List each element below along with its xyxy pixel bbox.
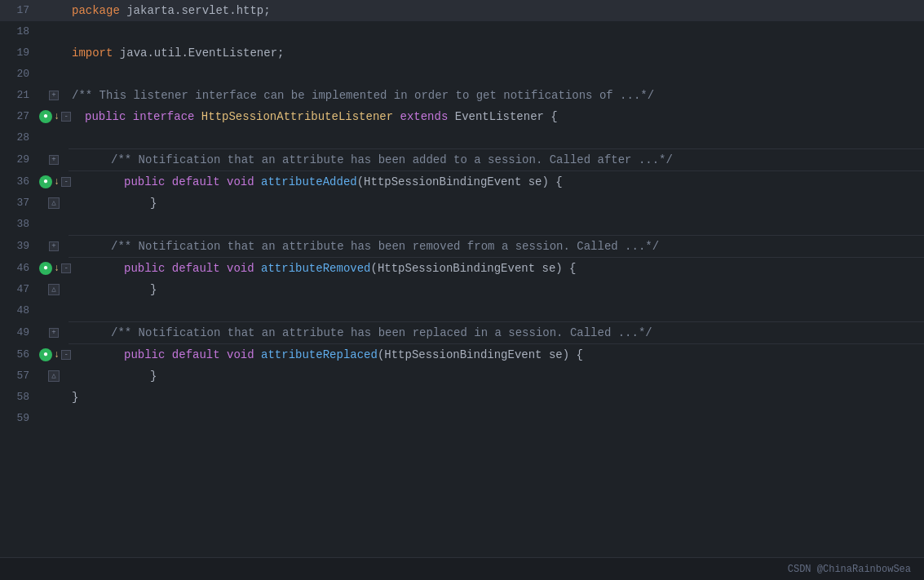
fold-indicator: - (60, 263, 73, 273)
code-line: 49+/** Notification that an attribute ha… (0, 322, 924, 343)
code-line: 58} (0, 387, 924, 408)
breakpoint-icon[interactable]: ● (39, 262, 52, 275)
code-line: 38 (0, 214, 924, 235)
breakpoint-icon[interactable]: ● (39, 348, 52, 361)
code-line: 48 (0, 300, 924, 321)
gutter-wide: ●↓- (39, 344, 82, 365)
code-content: public default void attributeAdded(HttpS… (82, 171, 924, 193)
line-number: 48 (0, 300, 39, 321)
code-content: /** Notification that an attribute has b… (69, 322, 924, 343)
gutter-arrow: ↓ (54, 106, 60, 127)
code-line: 18 (0, 21, 924, 42)
line-number: 19 (0, 42, 39, 64)
gutter: + (39, 91, 69, 100)
code-area: 17package jakarta.servlet.http;1819impor… (0, 0, 924, 557)
code-content: /** Notification that an attribute has b… (69, 149, 924, 170)
code-content: } (69, 387, 924, 408)
fold-button[interactable]: - (61, 177, 71, 187)
code-content: public default void attributeReplaced(Ht… (82, 344, 924, 365)
code-line: 29+/** Notification that an attribute ha… (0, 149, 924, 170)
code-line: 47△} (0, 279, 924, 300)
code-line: 28 (0, 127, 924, 148)
line-number: 57 (0, 365, 39, 387)
gutter: + (39, 155, 69, 165)
code-content: public default void attributeRemoved(Htt… (82, 258, 924, 279)
code-line: 57△} (0, 365, 924, 387)
line-number: 39 (0, 236, 39, 257)
code-content: import java.util.EventListener; (69, 42, 924, 64)
code-content: /** Notification that an attribute has b… (69, 236, 924, 257)
gutter: + (39, 241, 69, 251)
gutter-wide: ●↓- (39, 171, 82, 193)
line-number: 17 (0, 0, 39, 21)
gutter-arrow: ↓ (54, 171, 60, 193)
code-content: /** This listener interface can be imple… (69, 85, 924, 106)
line-number: 49 (0, 322, 39, 343)
code-line: 19import java.util.EventListener; (0, 42, 924, 64)
line-number: 28 (0, 127, 39, 148)
gutter-wide: ●↓- (39, 106, 82, 127)
code-line: 21+/** This listener interface can be im… (0, 85, 924, 106)
line-number: 29 (0, 149, 39, 170)
fold-button[interactable]: + (49, 91, 59, 100)
breakpoint-icon[interactable]: ● (39, 175, 52, 188)
code-line: 20 (0, 64, 924, 85)
code-line: 37△} (0, 193, 924, 214)
fold-button-small[interactable]: △ (48, 197, 60, 209)
fold-button[interactable]: + (49, 241, 59, 251)
line-number: 59 (0, 408, 39, 429)
code-line: 17package jakarta.servlet.http; (0, 0, 924, 21)
code-editor: 17package jakarta.servlet.http;1819impor… (0, 0, 924, 580)
fold-indicator: - (60, 112, 73, 122)
fold-button-small[interactable]: △ (48, 370, 60, 382)
fold-button-small[interactable]: △ (48, 284, 60, 295)
code-content: } (69, 193, 924, 214)
line-number: 38 (0, 214, 39, 235)
code-content: public interface HttpSessionAttributeLis… (82, 106, 924, 127)
code-content: } (69, 365, 924, 387)
line-number: 18 (0, 21, 39, 42)
gutter: △ (39, 197, 69, 209)
line-number: 47 (0, 279, 39, 300)
breakpoint-icon[interactable]: ● (39, 110, 52, 123)
line-number: 36 (0, 171, 39, 193)
line-number: 21 (0, 85, 39, 106)
line-number: 37 (0, 193, 39, 214)
code-line: 46●↓-public default void attributeRemove… (0, 258, 924, 279)
fold-button[interactable]: - (61, 112, 71, 122)
code-line: 56●↓-public default void attributeReplac… (0, 344, 924, 365)
gutter: △ (39, 284, 69, 295)
watermark: CSDN @ChinaRainbowSea (788, 564, 911, 575)
gutter-arrow: ↓ (54, 344, 60, 365)
fold-indicator: - (60, 177, 73, 187)
fold-button[interactable]: + (49, 155, 59, 165)
line-number: 58 (0, 387, 39, 408)
code-line: 39+/** Notification that an attribute ha… (0, 236, 924, 257)
gutter-arrow: ↓ (54, 258, 60, 279)
gutter-wide: ●↓- (39, 258, 82, 279)
code-content: } (69, 279, 924, 300)
code-line: 36●↓-public default void attributeAdded(… (0, 171, 924, 193)
code-content: package jakarta.servlet.http; (69, 0, 924, 21)
gutter: △ (39, 370, 69, 382)
bottom-bar: CSDN @ChinaRainbowSea (0, 557, 924, 580)
fold-button[interactable]: - (61, 350, 71, 360)
line-number: 20 (0, 64, 39, 85)
line-number: 27 (0, 106, 39, 127)
line-number: 46 (0, 258, 39, 279)
line-number: 56 (0, 344, 39, 365)
code-line: 59 (0, 408, 924, 429)
code-line: 27●↓-public interface HttpSessionAttribu… (0, 106, 924, 127)
fold-indicator: - (60, 350, 73, 360)
fold-button[interactable]: + (49, 328, 59, 338)
gutter: + (39, 328, 69, 338)
fold-button[interactable]: - (61, 263, 71, 273)
